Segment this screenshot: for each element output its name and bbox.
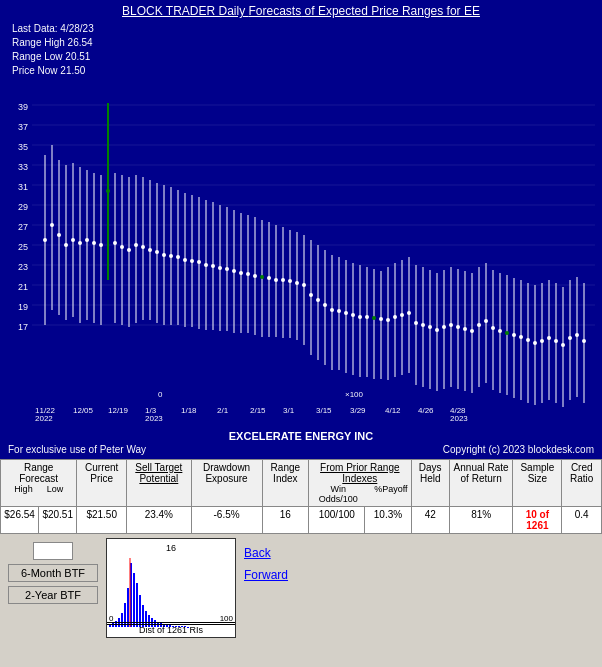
svg-point-89	[267, 276, 271, 280]
svg-point-41	[99, 243, 103, 247]
annual-rate-value: 81%	[449, 507, 512, 534]
svg-point-105	[323, 303, 327, 307]
bottom-section: 6-Month BTF 2-Year BTF 16	[0, 534, 602, 642]
svg-point-39	[92, 241, 96, 245]
days-held-header: Days Held	[411, 460, 449, 507]
svg-text:17: 17	[18, 322, 28, 332]
svg-text:21: 21	[18, 282, 28, 292]
cred-ratio-header: Cred Ratio	[562, 460, 602, 507]
svg-point-109	[337, 309, 341, 313]
svg-point-125	[393, 315, 397, 319]
svg-rect-206	[133, 573, 135, 627]
svg-text:35: 35	[18, 142, 28, 152]
svg-text:1/18: 1/18	[181, 406, 197, 415]
svg-text:3/1: 3/1	[283, 406, 295, 415]
svg-text:4/12: 4/12	[385, 406, 401, 415]
days-held-value: 42	[411, 507, 449, 534]
current-price-value: $21.50	[77, 507, 127, 534]
svg-text:39: 39	[18, 102, 28, 112]
annual-rate-header: Annual Rate of Return	[449, 460, 512, 507]
range-high-col-header: High	[14, 484, 33, 494]
svg-text:27: 27	[18, 222, 28, 232]
svg-text:37: 37	[18, 122, 28, 132]
svg-point-123	[386, 318, 390, 322]
svg-point-79	[232, 269, 236, 273]
range-high-value: $26.54	[1, 507, 39, 534]
svg-point-43	[106, 189, 110, 193]
cred-ratio-value: 0.4	[562, 507, 602, 534]
svg-point-103	[316, 298, 320, 302]
range-low-col-header: Low	[47, 484, 64, 494]
svg-point-151	[484, 319, 488, 323]
chart-area: BLOCK TRADER Daily Forecasts of Expected…	[0, 0, 602, 430]
svg-point-113	[351, 313, 355, 317]
text-input[interactable]	[33, 542, 73, 560]
histogram: 16	[106, 538, 236, 638]
svg-point-91	[274, 278, 278, 282]
svg-point-131	[414, 321, 418, 325]
win-odds-value: 100/100	[309, 507, 365, 534]
svg-point-111	[344, 311, 348, 315]
svg-point-95	[288, 279, 292, 283]
svg-point-179	[582, 339, 586, 343]
svg-point-77	[225, 267, 229, 271]
sell-target-header: Sell Target Potential	[127, 460, 191, 507]
svg-point-97	[295, 281, 299, 285]
svg-text:29: 29	[18, 202, 28, 212]
drawdown-header: Drawdown Exposure	[191, 460, 262, 507]
svg-point-147	[470, 329, 474, 333]
svg-point-37	[85, 238, 89, 242]
six-month-btf-button[interactable]: 6-Month BTF	[8, 564, 98, 582]
svg-point-51	[134, 243, 138, 247]
svg-text:2023: 2023	[145, 414, 163, 423]
forward-link[interactable]: Forward	[244, 568, 288, 582]
svg-point-133	[421, 323, 425, 327]
svg-point-57	[155, 250, 159, 254]
svg-point-167	[540, 339, 544, 343]
svg-point-47	[120, 245, 124, 249]
svg-point-67	[190, 259, 194, 263]
svg-point-155	[498, 329, 502, 333]
svg-point-139	[442, 325, 446, 329]
svg-point-141	[449, 323, 453, 327]
chart-footer: For exclusive use of Peter Way Copyright…	[0, 442, 602, 457]
range-low-value: $20.51	[39, 507, 77, 534]
svg-text:2/15: 2/15	[250, 406, 266, 415]
histogram-axis-right: 100	[220, 614, 233, 623]
svg-point-101	[309, 293, 313, 297]
svg-rect-207	[136, 583, 138, 627]
svg-point-149	[477, 323, 481, 327]
svg-point-69	[197, 260, 201, 264]
svg-point-121	[379, 317, 383, 321]
svg-point-135	[428, 325, 432, 329]
svg-point-153	[491, 326, 495, 330]
svg-point-117	[365, 315, 369, 319]
svg-point-31	[64, 243, 68, 247]
footer-right: Copyright (c) 2023 blockdesk.com	[443, 444, 594, 455]
svg-text:2/1: 2/1	[217, 406, 229, 415]
svg-point-25	[43, 238, 47, 242]
back-link[interactable]: Back	[244, 546, 288, 560]
sell-target-value: 23.4%	[127, 507, 191, 534]
svg-text:×100: ×100	[345, 390, 364, 399]
range-index-header: Range Index	[262, 460, 309, 507]
win-odds-sub-header: Win Odds/100	[312, 484, 364, 504]
range-forecast-header: Range Forecast High Low	[1, 460, 77, 507]
svg-point-87	[260, 275, 264, 279]
svg-point-137	[435, 328, 439, 332]
svg-point-29	[57, 233, 61, 237]
svg-point-171	[554, 339, 558, 343]
svg-point-169	[547, 336, 551, 340]
svg-text:3/29: 3/29	[350, 406, 366, 415]
nav-links: Back Forward	[244, 538, 288, 582]
price-chart: 39 37 35 33 31 29 27 25 23 21 19 17	[0, 0, 602, 430]
current-price-header: Current Price	[77, 460, 127, 507]
pct-payoff-value: 10.3%	[365, 507, 411, 534]
svg-point-55	[148, 248, 152, 252]
svg-point-85	[253, 274, 257, 278]
svg-point-73	[211, 264, 215, 268]
two-year-btf-button[interactable]: 2-Year BTF	[8, 586, 98, 604]
svg-point-163	[526, 338, 530, 342]
svg-point-75	[218, 266, 222, 270]
svg-point-129	[407, 311, 411, 315]
